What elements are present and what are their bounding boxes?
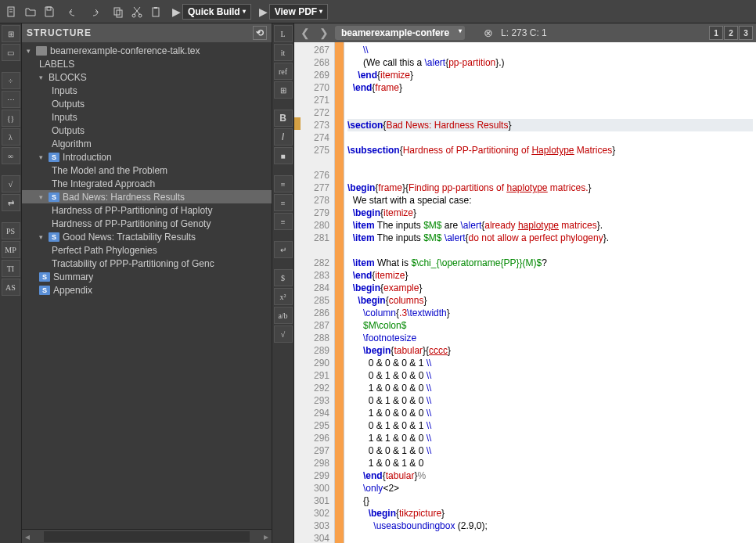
part-icon[interactable]: ⊞ [2, 25, 20, 42]
pane-1-button[interactable]: 1 [709, 26, 723, 40]
tree-section[interactable]: ▾SGood News: Tractability Results [22, 230, 272, 243]
ti-icon[interactable]: TI [2, 260, 20, 277]
arrow-icon[interactable]: ⇄ [2, 194, 20, 211]
right-align-icon[interactable]: ≡ [274, 213, 293, 230]
pageref-icon[interactable]: ⊞ [274, 81, 293, 99]
copy-icon[interactable] [110, 3, 127, 20]
svg-rect-7 [154, 7, 157, 9]
svg-rect-1 [47, 7, 51, 10]
tree-labels[interactable]: LABELS [22, 57, 272, 70]
tree-section[interactable]: SAppendix [22, 283, 272, 297]
nav-fwd-icon[interactable]: ❯ [316, 25, 332, 41]
new-file-icon[interactable] [3, 3, 20, 20]
frac2-icon[interactable]: a/b [274, 307, 293, 324]
sqrt2-icon[interactable]: √ [274, 325, 293, 343]
main-toolbar: ▶ Quick Build ▾ ▶ View PDF ▾ [0, 0, 756, 23]
tree-subsection[interactable]: Perfect Path Phylogenies [22, 243, 272, 257]
tree-blocks[interactable]: ▾BLOCKS [22, 70, 272, 84]
undo-icon[interactable] [66, 3, 83, 20]
ref-icon[interactable]: ref [274, 63, 293, 80]
structure-sync-icon[interactable]: ⟲ [253, 26, 267, 40]
line-gutter: 2672682692702712722732742752762772782792… [294, 42, 335, 543]
tree-section[interactable]: ▾SIntroduction [22, 150, 272, 164]
tree-subsection[interactable]: Hardness of PP-Partitioning of Haploty [22, 203, 272, 217]
code-area[interactable]: \\ (We call this a \alert{pp-partition}.… [344, 42, 756, 543]
dots-icon[interactable]: ⋯ [2, 91, 20, 108]
tree-block-item[interactable]: Inputs [22, 84, 272, 97]
save-icon[interactable] [41, 3, 58, 20]
tree-section[interactable]: ▾SBad News: Hardness Results [22, 190, 272, 203]
tree-block-item[interactable]: Inputs [22, 110, 272, 124]
tree-block-item[interactable]: Algorithm [22, 137, 272, 150]
nav-back-icon[interactable]: ❮ [297, 25, 313, 41]
tree-root[interactable]: ▾beamerexample-conference-talk.tex [22, 44, 272, 57]
sub-icon[interactable]: x² [274, 288, 293, 305]
structure-header: STRUCTURE ⟲ [22, 23, 272, 42]
cut-icon[interactable] [128, 3, 146, 20]
left-align-icon[interactable]: ≡ [274, 175, 293, 192]
newline-icon[interactable]: ↵ [274, 241, 293, 258]
redo-icon[interactable] [85, 3, 102, 20]
svg-rect-6 [153, 8, 159, 16]
latex-icon[interactable]: L [274, 25, 293, 42]
pane-2-button[interactable]: 2 [724, 26, 738, 40]
editor-panel: ❮ ❯ beamerexample-confere▾ ⊗ L: 273 C: 1… [294, 23, 756, 543]
item-icon[interactable]: it [274, 44, 293, 61]
braces-icon[interactable]: {} [2, 110, 20, 127]
as-icon[interactable]: AS [2, 279, 20, 296]
center-icon[interactable]: ≡ [274, 194, 293, 211]
open-file-icon[interactable] [22, 3, 39, 20]
label-icon[interactable]: ▭ [2, 44, 20, 61]
tree-block-item[interactable]: Outputs [22, 124, 272, 137]
bold-icon[interactable]: B [274, 110, 293, 127]
tree-section[interactable]: SSummary [22, 270, 272, 283]
mp-icon[interactable]: MP [2, 241, 20, 258]
infinity-icon[interactable]: ∞ [2, 147, 20, 164]
quick-build-dropdown[interactable]: Quick Build ▾ [182, 4, 251, 20]
lambda-icon[interactable]: λ [2, 128, 20, 146]
tree-subsection[interactable]: Hardness of PP-Partitioning of Genoty [22, 217, 272, 230]
fold-strip [335, 42, 344, 543]
structure-hscrollbar[interactable]: ◂ ▸ [22, 529, 272, 543]
build-play-icon[interactable]: ▶ [172, 5, 181, 18]
color-icon[interactable]: ■ [274, 147, 293, 164]
tree-subsection[interactable]: The Model and the Problem [22, 164, 272, 177]
ps-icon[interactable]: PS [2, 222, 20, 239]
paste-icon[interactable] [147, 3, 164, 20]
editor-tab[interactable]: beamerexample-confere▾ [335, 26, 465, 40]
editor-symbol-bar: L it ref ⊞ B I ■ ≡ ≡ ≡ ↵ $ x² a/b √ [272, 23, 294, 543]
tab-close-icon[interactable]: ⊗ [484, 27, 493, 39]
tree-subsection[interactable]: Tractability of PPP-Partitioning of Genc [22, 257, 272, 270]
structure-panel: STRUCTURE ⟲ ▾beamerexample-conference-ta… [22, 23, 272, 543]
math-icon[interactable]: $ [274, 269, 293, 286]
tree-subsection[interactable]: The Integrated Approach [22, 177, 272, 190]
editor-body[interactable]: 2672682692702712722732742752762772782792… [294, 42, 756, 543]
tree-block-item[interactable]: Outputs [22, 97, 272, 110]
italic-icon[interactable]: I [274, 128, 293, 146]
sqrt-icon[interactable]: √ [2, 175, 20, 192]
cursor-position: L: 273 C: 1 [501, 27, 547, 38]
structure-tree: ▾beamerexample-conference-talk.texLABELS… [22, 42, 272, 529]
editor-header: ❮ ❯ beamerexample-confere▾ ⊗ L: 273 C: 1… [294, 23, 756, 42]
left-symbol-bar: ⊞ ▭ ÷ ⋯ {} λ ∞ √ ⇄ PS MP TI AS [0, 23, 22, 543]
pane-3-button[interactable]: 3 [739, 26, 753, 40]
view-pdf-dropdown[interactable]: View PDF ▾ [269, 4, 328, 20]
frac-icon[interactable]: ÷ [2, 72, 20, 89]
view-play-icon[interactable]: ▶ [259, 5, 268, 18]
